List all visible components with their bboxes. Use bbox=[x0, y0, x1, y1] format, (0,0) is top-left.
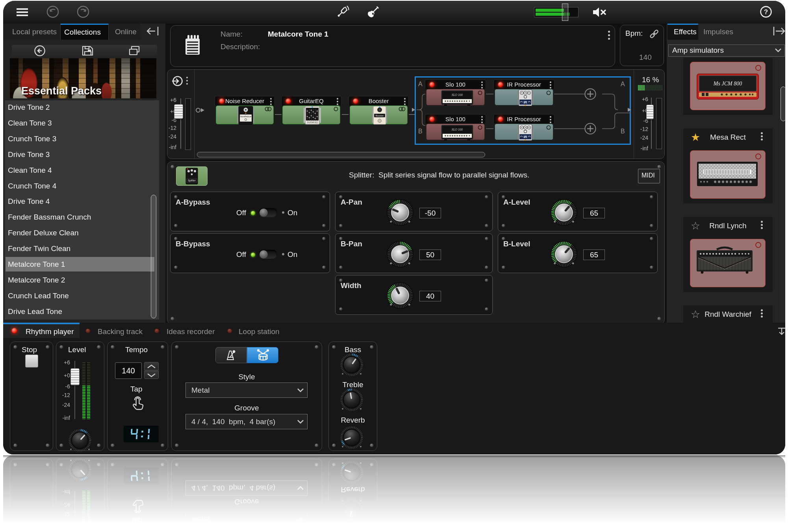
svg-text:IR: IR bbox=[524, 135, 528, 139]
svg-text:IR: IR bbox=[524, 100, 528, 104]
svg-text:?: ? bbox=[764, 8, 768, 16]
svg-text:SLO 100: SLO 100 bbox=[452, 93, 463, 97]
svg-text:NoiseReducer: NoiseReducer bbox=[240, 116, 252, 118]
svg-text:GUITAR EQ: GUITAR EQ bbox=[307, 121, 317, 124]
svg-text:SLO 100: SLO 100 bbox=[452, 128, 463, 131]
svg-text:Ms JCM 800: Ms JCM 800 bbox=[713, 81, 742, 87]
svg-text:Booster: Booster bbox=[376, 115, 384, 117]
svg-text:Splitter: Splitter bbox=[188, 179, 196, 182]
